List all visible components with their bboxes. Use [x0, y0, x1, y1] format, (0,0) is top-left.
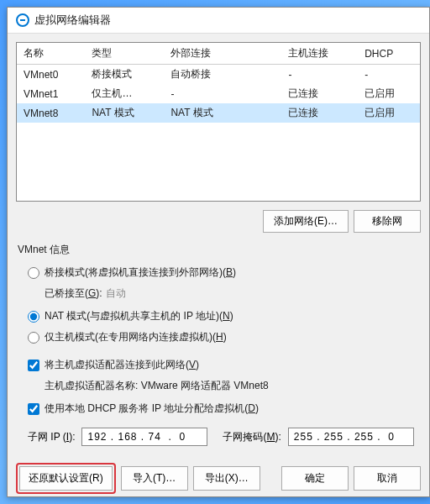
dhcp-label: 使用本地 DHCP 服务将 IP 地址分配给虚拟机(D): [45, 402, 259, 416]
col-ext[interactable]: 外部连接: [164, 43, 281, 65]
titlebar: 虚拟网络编辑器: [8, 8, 429, 34]
table-row[interactable]: VMnet8 NAT 模式 NAT 模式 已连接 已启用: [17, 103, 420, 123]
content-area: 名称 类型 外部连接 主机连接 DHCP VMnet0 桥接模式 自动桥接 - …: [8, 34, 429, 454]
host-adapter-info: 主机虚拟适配器名称: VMware 网络适配器 VMnet8: [45, 379, 269, 393]
ip-row: 子网 IP (I): 子网掩码(M):: [28, 428, 421, 446]
table-header-row: 名称 类型 外部连接 主机连接 DHCP: [17, 43, 420, 65]
network-icon: [16, 13, 29, 27]
export-button[interactable]: 导出(X)…: [193, 466, 260, 491]
col-dhcp[interactable]: DHCP: [358, 43, 420, 65]
col-name[interactable]: 名称: [17, 43, 85, 65]
cancel-button[interactable]: 取消: [354, 466, 421, 491]
host-adapter-option[interactable]: 将主机虚拟适配器连接到此网络(V): [28, 358, 421, 372]
host-adapter-label: 将主机虚拟适配器连接到此网络(V): [45, 358, 199, 372]
remove-network-button[interactable]: 移除网: [354, 210, 421, 233]
ok-button[interactable]: 确定: [281, 466, 349, 491]
restore-defaults-button[interactable]: 还原默认设置(R): [19, 466, 113, 491]
window-title: 虚拟网络编辑器: [34, 13, 111, 28]
subnet-ip-input[interactable]: [81, 428, 207, 446]
col-type[interactable]: 类型: [85, 43, 164, 65]
dhcp-option[interactable]: 使用本地 DHCP 服务将 IP 地址分配给虚拟机(D): [28, 402, 421, 416]
table-button-row: 添加网络(E)… 移除网: [16, 210, 421, 233]
col-host[interactable]: 主机连接: [281, 43, 358, 65]
bridge-mode-option[interactable]: 桥接模式(将虚拟机直接连接到外部网络)(B): [28, 265, 421, 280]
host-adapter-info-row: 主机虚拟适配器名称: VMware 网络适配器 VMnet8: [45, 379, 421, 393]
window: 虚拟网络编辑器 名称 类型 外部连接 主机连接 DHCP VMnet0 桥: [7, 7, 430, 497]
hostonly-label: 仅主机模式(在专用网络内连接虚拟机)(H): [45, 330, 227, 344]
import-button[interactable]: 导入(T)…: [121, 466, 188, 491]
bridge-to-row: 已桥接至(G): 自动: [45, 286, 421, 301]
table-row[interactable]: VMnet0 桥接模式 自动桥接 - -: [17, 65, 420, 85]
bridge-label: 桥接模式(将虚拟机直接连接到外部网络)(B): [45, 265, 236, 280]
subnet-mask-label: 子网掩码(M):: [223, 430, 281, 444]
add-network-button[interactable]: 添加网络(E)…: [263, 210, 349, 233]
nat-label: NAT 模式(与虚拟机共享主机的 IP 地址)(N): [45, 309, 233, 323]
host-adapter-checkbox[interactable]: [28, 360, 39, 371]
subnet-mask-input[interactable]: [288, 428, 414, 446]
subnet-ip-label: 子网 IP (I):: [28, 430, 75, 444]
bridge-to-label: 已桥接至(G):: [45, 286, 102, 301]
bottom-bar: 还原默认设置(R) 导入(T)… 导出(X)… 确定 取消: [8, 454, 429, 502]
nat-radio[interactable]: [28, 311, 39, 323]
bridge-radio[interactable]: [28, 267, 39, 279]
dhcp-checkbox[interactable]: [28, 403, 39, 415]
table-row[interactable]: VMnet1 仅主机… - 已连接 已启用: [17, 84, 420, 103]
network-table[interactable]: 名称 类型 外部连接 主机连接 DHCP VMnet0 桥接模式 自动桥接 - …: [16, 42, 421, 202]
vmnet-info-title: VMnet 信息: [18, 243, 421, 257]
restore-highlight: 还原默认设置(R): [16, 463, 116, 494]
hostonly-mode-option[interactable]: 仅主机模式(在专用网络内连接虚拟机)(H): [28, 330, 421, 344]
bridge-to-value: 自动: [106, 286, 126, 301]
hostonly-radio[interactable]: [28, 332, 39, 344]
nat-mode-option[interactable]: NAT 模式(与虚拟机共享主机的 IP 地址)(N): [28, 309, 421, 323]
